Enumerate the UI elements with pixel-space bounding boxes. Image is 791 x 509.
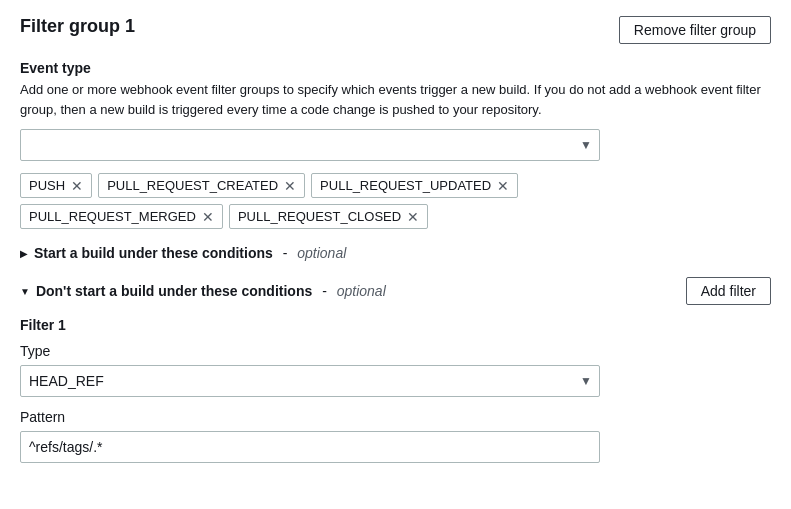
tag-pr-closed: PULL_REQUEST_CLOSED ✕ [229, 204, 428, 229]
type-label: Type [20, 343, 771, 359]
tag-push-label: PUSH [29, 178, 65, 193]
tag-pr-created-label: PULL_REQUEST_CREATED [107, 178, 278, 193]
event-type-label: Event type [20, 60, 771, 76]
tag-pr-closed-label: PULL_REQUEST_CLOSED [238, 209, 401, 224]
start-conditions-arrow: ▶ [20, 248, 28, 259]
start-conditions-optional: optional [297, 245, 346, 261]
tag-pr-updated-label: PULL_REQUEST_UPDATED [320, 178, 491, 193]
dont-start-conditions-dash: - [318, 283, 330, 299]
start-conditions-section: ▶ Start a build under these conditions -… [20, 245, 771, 261]
remove-filter-group-button[interactable]: Remove filter group [619, 16, 771, 44]
tag-push-close[interactable]: ✕ [71, 179, 83, 193]
page-container: Filter group 1 Remove filter group Event… [0, 0, 791, 491]
dont-start-conditions-section: ▼ Don't start a build under these condit… [20, 277, 771, 305]
tags-row-1: PUSH ✕ PULL_REQUEST_CREATED ✕ PULL_REQUE… [20, 173, 771, 198]
pattern-input[interactable] [20, 431, 600, 463]
tags-row-2: PULL_REQUEST_MERGED ✕ PULL_REQUEST_CLOSE… [20, 204, 771, 229]
tag-pr-created: PULL_REQUEST_CREATED ✕ [98, 173, 305, 198]
type-dropdown-wrapper: HEAD_REF BASE_REF FILE_PATH COMMIT_MESSA… [20, 365, 600, 397]
tag-pr-closed-close[interactable]: ✕ [407, 210, 419, 224]
dont-start-conditions-optional: optional [337, 283, 386, 299]
pattern-field-group: Pattern [20, 409, 771, 463]
type-field-group: Type HEAD_REF BASE_REF FILE_PATH COMMIT_… [20, 343, 771, 397]
dont-start-conditions-arrow: ▼ [20, 286, 30, 297]
dont-start-conditions-header[interactable]: ▼ Don't start a build under these condit… [20, 283, 386, 299]
tag-pr-updated: PULL_REQUEST_UPDATED ✕ [311, 173, 518, 198]
tag-pr-created-close[interactable]: ✕ [284, 179, 296, 193]
tag-pr-merged: PULL_REQUEST_MERGED ✕ [20, 204, 223, 229]
filter-group-title: Filter group 1 [20, 16, 135, 37]
event-type-dropdown-wrapper: PUSH PULL_REQUEST_CREATED PULL_REQUEST_U… [20, 129, 600, 161]
tag-pr-merged-close[interactable]: ✕ [202, 210, 214, 224]
type-dropdown[interactable]: HEAD_REF BASE_REF FILE_PATH COMMIT_MESSA… [20, 365, 600, 397]
tag-pr-updated-close[interactable]: ✕ [497, 179, 509, 193]
event-type-dropdown[interactable]: PUSH PULL_REQUEST_CREATED PULL_REQUEST_U… [20, 129, 600, 161]
filter-group-header: Filter group 1 Remove filter group [20, 16, 771, 44]
dont-start-conditions-label: Don't start a build under these conditio… [36, 283, 312, 299]
filter-1-title: Filter 1 [20, 317, 771, 333]
add-filter-button[interactable]: Add filter [686, 277, 771, 305]
start-conditions-label: Start a build under these conditions [34, 245, 273, 261]
start-conditions-dash: - [279, 245, 291, 261]
tag-push: PUSH ✕ [20, 173, 92, 198]
pattern-label: Pattern [20, 409, 771, 425]
start-conditions-header[interactable]: ▶ Start a build under these conditions -… [20, 245, 771, 261]
tag-pr-merged-label: PULL_REQUEST_MERGED [29, 209, 196, 224]
event-type-description: Add one or more webhook event filter gro… [20, 80, 771, 119]
filter-1-block: Filter 1 Type HEAD_REF BASE_REF FILE_PAT… [20, 317, 771, 463]
